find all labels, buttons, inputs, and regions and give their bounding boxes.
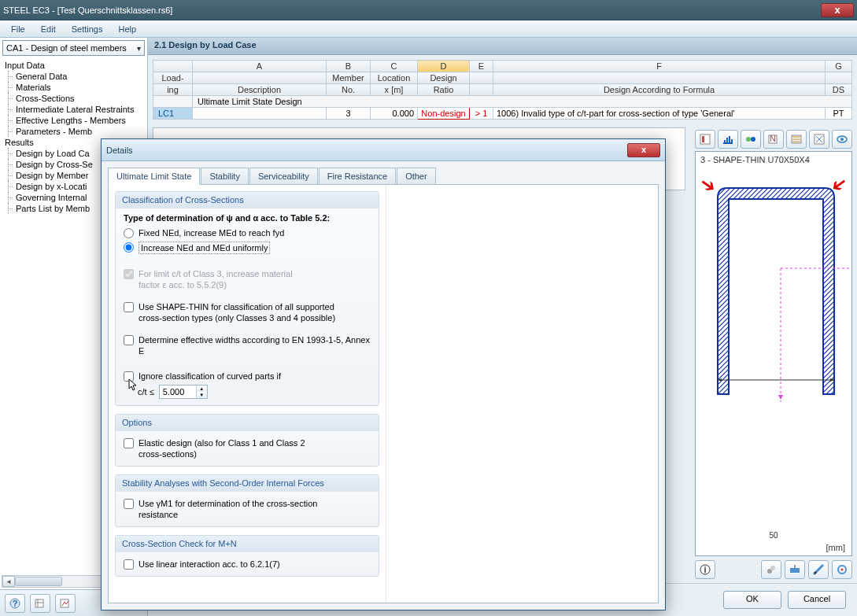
h-g1 (826, 72, 852, 84)
group-options: Options Elastic design (also for Class 1… (115, 414, 379, 467)
h-desc2: Description (193, 84, 327, 96)
tree-effective-lengths[interactable]: Effective Lengths - Members (0, 115, 147, 126)
chk-elastic[interactable] (124, 438, 134, 448)
h-e2 (470, 84, 493, 96)
chk-shapethin[interactable] (124, 302, 134, 312)
svg-point-24 (841, 569, 844, 571)
chk-linear[interactable] (124, 559, 134, 570)
scroll-left-icon[interactable]: ◄ (2, 576, 15, 587)
ratio-label: c/t ≤ (138, 386, 154, 397)
section-preview: 3 - SHAPE-THIN U70X50X4 (695, 151, 852, 556)
tab-ultimate[interactable]: Ultimate Limit State (108, 168, 200, 185)
group-stability-title: Stability Analyses with Second-Order Int… (116, 475, 379, 492)
tree-general-data[interactable]: General Data (0, 71, 147, 82)
window-titlebar: STEEL EC3 - [Test Querschnittsklassen.rs… (0, 0, 857, 20)
menu-help[interactable]: Help (110, 23, 144, 35)
h-loading2: ing (153, 84, 193, 96)
svg-point-13 (840, 138, 844, 141)
group-label: Ultimate Limit State Design (193, 96, 852, 108)
ok-button[interactable]: OK (723, 591, 781, 609)
col-d[interactable]: D (418, 61, 470, 72)
preview-toolbar: i (695, 556, 852, 580)
col-g[interactable]: G (826, 61, 852, 72)
pt-icon-1[interactable] (761, 560, 781, 579)
ratio-input-wrap: ▲▼ (159, 385, 208, 399)
toolbar-icon-2[interactable] (30, 594, 50, 613)
col-f[interactable]: F (493, 61, 826, 72)
radio-fixed-ned[interactable] (124, 228, 134, 238)
menu-edit[interactable]: Edit (33, 23, 64, 35)
rt-icon-3[interactable] (741, 130, 761, 149)
cell-ratio[interactable]: Non-design (418, 108, 470, 120)
window-close-button[interactable]: x (821, 3, 854, 17)
tree-parameters[interactable]: Parameters - Memb (0, 126, 147, 137)
case-dropdown[interactable]: CA1 - Design of steel members (2, 40, 145, 56)
info-icon[interactable]: i (695, 560, 715, 579)
svg-text:N: N (770, 134, 776, 143)
cell-gt[interactable]: > 1 (470, 108, 493, 120)
cell-x[interactable]: 0.000 (371, 108, 418, 120)
rt-icon-4[interactable]: N (763, 130, 784, 149)
rt-icon-2[interactable] (718, 130, 738, 149)
h-e1 (470, 72, 493, 84)
tab-fire[interactable]: Fire Resistance (319, 168, 396, 184)
pt-icon-2[interactable] (785, 560, 805, 579)
case-dropdown-value: CA1 - Design of steel members (6, 43, 127, 53)
cursor-icon (128, 378, 139, 393)
scroll-thumb[interactable] (15, 577, 62, 586)
menu-settings[interactable]: Settings (64, 23, 111, 35)
h-f2: Design According to Formula (493, 84, 826, 96)
rt-icon-1[interactable] (695, 130, 715, 149)
col-e[interactable]: E (470, 61, 493, 72)
menubar: File Edit Settings Help (0, 20, 857, 38)
tree-input-data[interactable]: Input Data (0, 60, 147, 71)
cell-ds[interactable]: PT (826, 108, 852, 120)
rt-icon-5[interactable] (786, 130, 807, 149)
dialog-tabs: Ultimate Limit State Stability Serviceab… (108, 168, 659, 185)
tab-other[interactable]: Other (397, 168, 436, 184)
tree-lateral-restraints[interactable]: Intermediate Lateral Restraints (0, 104, 147, 115)
rt-icon-6[interactable] (809, 130, 829, 149)
h-f1 (493, 72, 826, 84)
cell-formula[interactable]: 1006) Invalid type of c/t-part for cross… (493, 108, 826, 120)
radio-increase-uniform[interactable] (124, 242, 134, 253)
chk-limit-class3 (124, 269, 134, 279)
svg-rect-3 (61, 599, 68, 607)
h-design2: Ratio (418, 84, 470, 96)
tree-cross-sections[interactable]: Cross-Sections (0, 93, 147, 104)
dialog-close-button[interactable]: x (627, 143, 660, 157)
col-c[interactable]: C (371, 61, 418, 72)
svg-rect-4 (700, 135, 710, 144)
cancel-button[interactable]: Cancel (788, 591, 846, 609)
cell-member[interactable]: 3 (327, 108, 371, 120)
ratio-spinner[interactable]: ▲▼ (196, 385, 207, 398)
chk-gamma-m1[interactable] (124, 499, 134, 509)
tree-materials[interactable]: Materials (0, 82, 147, 93)
cell-desc[interactable] (193, 108, 327, 120)
table-row[interactable]: LC1 3 0.000 Non-design > 1 1006) Invalid… (153, 108, 852, 120)
help-icon[interactable]: ? (5, 594, 25, 613)
cell-lc[interactable]: LC1 (153, 108, 193, 120)
tab-serviceability[interactable]: Serviceability (249, 168, 318, 184)
chk-eff-widths[interactable] (124, 335, 134, 345)
chk-limit-label: For limit c/t of Class 3, increase mater… (139, 268, 293, 290)
chk-gamma-label: Use γM1 for determination of the cross-s… (139, 498, 317, 520)
right-toolbar: N (695, 127, 852, 151)
ratio-input[interactable] (160, 385, 196, 398)
pt-icon-3[interactable] (808, 560, 829, 579)
dialog-title: Details (106, 146, 133, 155)
svg-point-7 (751, 137, 755, 142)
svg-point-20 (770, 566, 775, 570)
svg-point-22 (815, 572, 817, 574)
dialog-titlebar[interactable]: Details x (102, 139, 665, 161)
toolbar-icon-3[interactable] (55, 594, 76, 613)
pt-icon-4[interactable] (832, 560, 852, 579)
tab-stability[interactable]: Stability (201, 168, 249, 184)
menu-file[interactable]: File (3, 23, 33, 35)
results-table[interactable]: A B C D E F G Load- Member Location Desi… (153, 60, 852, 120)
dialog-left: Classification of Cross-Sections Type of… (109, 185, 386, 603)
chk-eff-widths-label: Determine effective widths according to … (139, 334, 371, 356)
eye-icon[interactable] (832, 130, 852, 149)
col-b[interactable]: B (327, 61, 371, 72)
col-a[interactable]: A (193, 61, 327, 72)
